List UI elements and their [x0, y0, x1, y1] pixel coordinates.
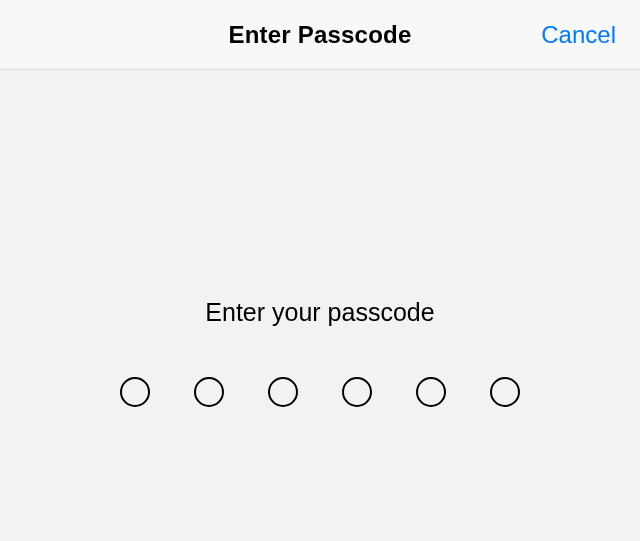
passcode-dot-5	[416, 377, 446, 407]
passcode-dots[interactable]	[120, 377, 520, 407]
cancel-button[interactable]: Cancel	[541, 21, 616, 49]
prompt-label: Enter your passcode	[205, 298, 434, 327]
passcode-dot-6	[490, 377, 520, 407]
passcode-dot-1	[120, 377, 150, 407]
passcode-dot-3	[268, 377, 298, 407]
header-bar: Enter Passcode Cancel	[0, 0, 640, 70]
page-title: Enter Passcode	[229, 21, 412, 49]
passcode-dot-4	[342, 377, 372, 407]
passcode-dot-2	[194, 377, 224, 407]
passcode-content: Enter your passcode	[0, 70, 640, 407]
